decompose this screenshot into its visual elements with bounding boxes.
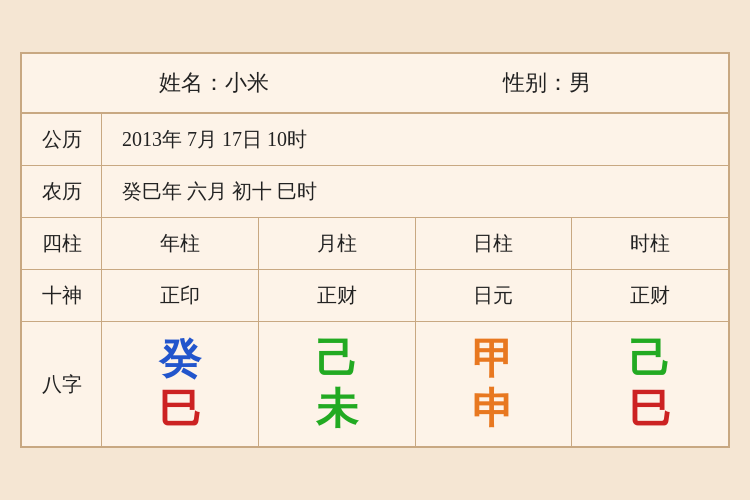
gender-label: 性别：男	[503, 68, 591, 98]
main-container: 姓名：小米 性别：男 公历 2013年 7月 17日 10时 农历 癸巳年 六月…	[20, 52, 730, 448]
gregorian-row: 公历 2013年 7月 17日 10时	[22, 114, 728, 166]
bazi-hour-bottom: 巳	[629, 388, 671, 430]
bazi-month-cell: 己 未	[259, 322, 416, 446]
day-shishen: 日元	[416, 270, 573, 321]
bazi-label: 八字	[22, 322, 102, 446]
year-shishen: 正印	[102, 270, 259, 321]
gregorian-label: 公历	[22, 114, 102, 165]
lunar-row: 农历 癸巳年 六月 初十 巳时	[22, 166, 728, 218]
bazi-hour-cell: 己 巳	[572, 322, 728, 446]
bazi-row: 八字 癸 巳 己 未 甲 申 己 巳	[22, 322, 728, 446]
bazi-day-cell: 甲 申	[416, 322, 573, 446]
bazi-hour-top: 己	[629, 338, 671, 380]
day-pillar-label: 日柱	[416, 218, 573, 269]
lunar-label: 农历	[22, 166, 102, 217]
header-row: 姓名：小米 性别：男	[22, 54, 728, 114]
year-pillar-label: 年柱	[102, 218, 259, 269]
bazi-day-bottom: 申	[472, 388, 514, 430]
name-label: 姓名：小米	[159, 68, 269, 98]
bazi-year-bottom: 巳	[159, 388, 201, 430]
bazi-day-top: 甲	[472, 338, 514, 380]
lunar-value: 癸巳年 六月 初十 巳时	[102, 166, 728, 217]
bazi-month-bottom: 未	[316, 388, 358, 430]
pillars-row: 四柱 年柱 月柱 日柱 时柱	[22, 218, 728, 270]
hour-pillar-label: 时柱	[572, 218, 728, 269]
hour-shishen: 正财	[572, 270, 728, 321]
bazi-month-top: 己	[316, 338, 358, 380]
month-pillar-label: 月柱	[259, 218, 416, 269]
shishen-row: 十神 正印 正财 日元 正财	[22, 270, 728, 322]
pillars-label: 四柱	[22, 218, 102, 269]
gregorian-value: 2013年 7月 17日 10时	[102, 114, 728, 165]
bazi-year-top: 癸	[159, 338, 201, 380]
bazi-year-cell: 癸 巳	[102, 322, 259, 446]
month-shishen: 正财	[259, 270, 416, 321]
shishen-label: 十神	[22, 270, 102, 321]
